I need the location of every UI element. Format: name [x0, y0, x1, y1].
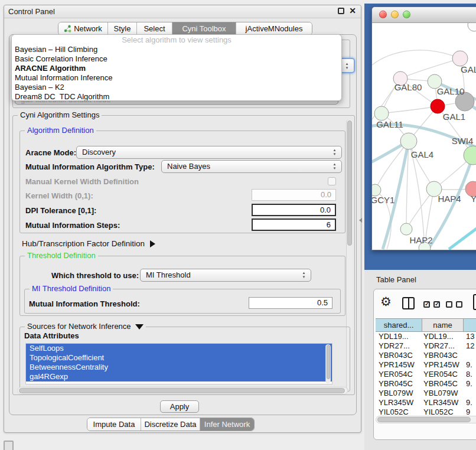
sources-title[interactable]: Sources for Network Inference	[25, 322, 146, 331]
kernel-width-field[interactable]: 0.0	[252, 189, 336, 201]
kernel-width-value: 0.0	[321, 190, 331, 199]
node-label-gal4: GAL4	[411, 149, 433, 159]
popup-item-basic-correlation[interactable]: Basic Correlation Inference	[12, 54, 341, 64]
node-gal4[interactable]	[400, 133, 417, 149]
table-row[interactable]: YBL079WYBL079W	[376, 389, 476, 398]
kernel-width-label: Kernel Width (0,1):	[25, 191, 93, 200]
close-icon[interactable]: ✕	[349, 6, 356, 15]
popup-item-bayesian-k2[interactable]: Bayesian – K2	[12, 83, 341, 92]
select-all-checks-icon[interactable]	[423, 301, 440, 308]
node-label-gal10: GAL10	[437, 86, 465, 96]
settings-hscrollbar-thumb[interactable]	[19, 388, 345, 393]
mi-threshold-label: Mutual Information Threshold:	[29, 299, 140, 308]
tab-jactivemnodules[interactable]: jActiveMNodules	[236, 22, 312, 35]
data-attributes-list: SelfLoops TopologicalCoefficient Between…	[25, 343, 332, 384]
popup-item-dream8[interactable]: Dream8 DC_TDC Algorithm	[12, 92, 341, 101]
network-canvas[interactable]: GAL GAL80 GAL10 GAL1 GAL11 GAL4 SWI4 GCY…	[372, 23, 476, 250]
column-header-name[interactable]: name	[422, 319, 464, 331]
tab-impute-data-label: Impute Data	[93, 420, 135, 429]
combo-arrows-icon	[301, 271, 307, 279]
table-row[interactable]: YDL19...YDL19...13	[376, 332, 476, 341]
gear-icon[interactable]: ⚙	[380, 295, 392, 309]
zoom-traffic-light-icon[interactable]	[403, 11, 410, 18]
popup-item-bayesian-hill-climbing[interactable]: Bayesian – Hill Climbing	[12, 45, 341, 54]
aracne-mode-label: Aracne Mode:	[25, 148, 76, 157]
table-row[interactable]: YDR27...YDR27...12	[376, 341, 476, 351]
list-item-gal4rgexp[interactable]: gal4RGexp	[26, 372, 332, 381]
node-label-gal: GAL	[461, 64, 476, 74]
list-item-selfloops[interactable]: SelfLoops	[26, 344, 332, 353]
table-hscrollbar[interactable]	[376, 416, 476, 423]
tab-cyni-toolbox[interactable]: Cyni Toolbox	[172, 22, 236, 35]
panel-splitter-handle[interactable]	[359, 218, 362, 223]
mi-steps-value: 6	[327, 220, 331, 229]
aracne-mode-combobox[interactable]: Discovery	[76, 146, 342, 159]
node-partial-top[interactable]	[468, 23, 476, 31]
table-row[interactable]: YLR345WYLR345W9.	[376, 398, 476, 407]
deselect-all-checks-icon[interactable]	[446, 301, 462, 308]
mi-type-value: Naive Bayes	[167, 162, 210, 171]
node-gal11[interactable]	[374, 106, 389, 120]
combo-arrows-icon	[332, 162, 337, 171]
algorithm-dropdown-popup: Select algorithm to view settings Bayesi…	[11, 34, 342, 101]
tab-impute-data[interactable]: Impute Data	[87, 418, 141, 431]
float-window-icon[interactable]	[338, 8, 344, 14]
table-panel-title: Table Panel	[376, 275, 416, 284]
node-gcy1[interactable]	[372, 184, 381, 196]
tab-discretize-data-label: Discretize Data	[144, 420, 196, 429]
aracne-mode-value: Discovery	[82, 148, 116, 156]
data-attributes-label: Data Attributes	[24, 331, 79, 340]
mi-steps-field[interactable]: 6	[252, 219, 336, 231]
settings-scrollbar-thumb[interactable]	[347, 120, 352, 246]
tab-infer-network-label: Infer Network	[204, 420, 250, 429]
list-item-topologicalcoefficient[interactable]: TopologicalCoefficient	[26, 353, 332, 363]
tab-select-label: Select	[144, 24, 165, 33]
cyni-algorithm-settings-title: Cyni Algorithm Settings	[18, 110, 102, 119]
tab-style[interactable]: Style	[107, 22, 136, 35]
hub-section-toggle[interactable]: Hub/Transcription Factor Definition	[22, 239, 155, 248]
tab-jactivemnodules-label: jActiveMNodules	[246, 24, 303, 33]
settings-hscrollbar[interactable]	[17, 387, 348, 394]
minimize-traffic-light-icon[interactable]	[391, 11, 399, 18]
close-traffic-light-icon[interactable]	[379, 11, 387, 18]
which-threshold-combobox[interactable]: MI Threshold	[140, 269, 311, 282]
table-header-row: shared... name A	[376, 318, 476, 332]
tab-select[interactable]: Select	[136, 22, 172, 35]
table-row[interactable]: YER054CYER054C8.	[376, 370, 476, 379]
node-swi4[interactable]	[464, 146, 476, 165]
column-header-third[interactable]: A	[464, 319, 476, 331]
table-row[interactable]: YBR045CYBR045C9.	[376, 379, 476, 389]
control-panel-window: Control Panel ✕ Network Style Select Cyn…	[4, 5, 361, 433]
control-panel-tabbar: Network Style Select Cyni Toolbox jActiv…	[58, 22, 312, 35]
hub-section-label: Hub/Transcription Factor Definition	[22, 239, 145, 248]
manual-kernel-checkbox[interactable]	[328, 177, 336, 185]
network-window-titlebar[interactable]	[372, 7, 476, 23]
tab-network[interactable]: Network	[58, 22, 107, 35]
table-row[interactable]: YBR043CYBR043C	[376, 351, 476, 360]
mi-threshold-value: 0.5	[317, 298, 328, 307]
popup-item-mutual-information[interactable]: Mutual Information Inference	[12, 73, 341, 83]
node-hap2[interactable]	[400, 223, 412, 235]
list-item-betweennesscentrality[interactable]: BetweennessCentrality	[26, 363, 332, 372]
tab-infer-network[interactable]: Infer Network	[200, 418, 254, 431]
attributes-scrollbar[interactable]	[325, 344, 331, 383]
table-hscrollbar-thumb[interactable]	[377, 417, 471, 422]
table-row[interactable]: YPR145WYPR145W9.	[376, 360, 476, 370]
attributes-scrollbar-thumb[interactable]	[327, 345, 330, 379]
popup-prompt: Select algorithm to view settings	[12, 35, 341, 45]
document-icon[interactable]	[473, 294, 476, 310]
dpi-tolerance-field[interactable]: 0.0	[252, 204, 336, 216]
apply-button[interactable]: Apply	[160, 400, 199, 413]
tab-discretize-data[interactable]: Discretize Data	[141, 418, 200, 431]
column-header-shared-name[interactable]: shared...	[376, 319, 422, 331]
popup-item-aracne[interactable]: ARACNE Algorithm	[12, 64, 341, 73]
table-panel: ⚙ shared... name A YDL19...YDL19...13 YD…	[373, 289, 476, 440]
mi-type-combobox[interactable]: Naive Bayes	[161, 160, 342, 173]
which-threshold-value: MI Threshold	[146, 270, 191, 279]
dpi-tolerance-value: 0.0	[320, 206, 331, 214]
column-layout-icon[interactable]	[402, 297, 415, 309]
which-threshold-label: Which threshold to use:	[51, 271, 139, 280]
table-body[interactable]: YDL19...YDL19...13 YDR27...YDR27...12 YB…	[376, 332, 476, 419]
mi-threshold-field[interactable]: 0.5	[249, 297, 332, 309]
network-icon	[64, 24, 71, 35]
